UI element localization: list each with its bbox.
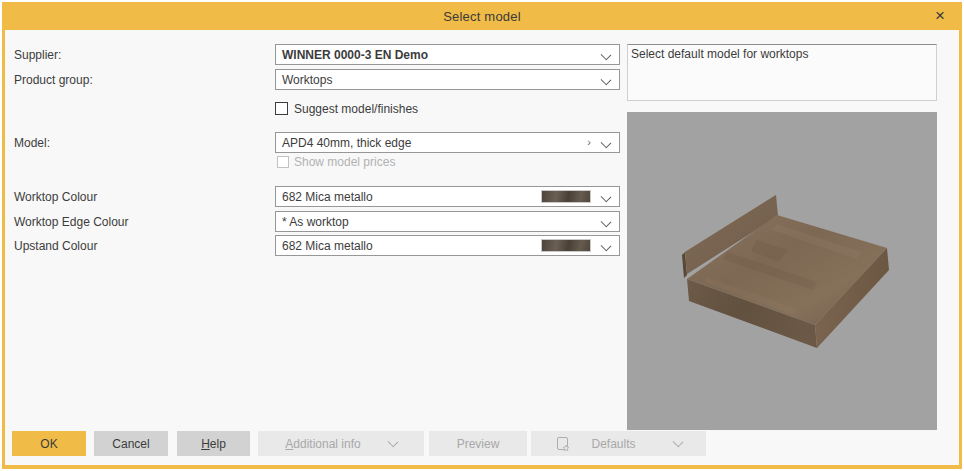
cancel-button[interactable]: Cancel <box>94 431 168 456</box>
defaults-icon <box>555 436 571 452</box>
select-model-dialog: Select model × Supplier: Product group: … <box>0 0 964 471</box>
worktop-edge-colour-dropdown[interactable]: * As worktop <box>275 211 620 232</box>
model-more-indicator: › <box>587 136 591 148</box>
product-group-label: Product group: <box>14 73 93 87</box>
suggest-model-checkbox[interactable] <box>275 102 288 115</box>
info-panel: Select default model for worktops <box>627 44 937 101</box>
show-model-prices-checkbox <box>277 156 289 168</box>
chevron-down-icon <box>601 192 612 203</box>
ok-button-label: OK <box>40 437 57 451</box>
additional-info-button: Additional info <box>258 431 424 456</box>
chevron-down-icon <box>672 436 683 447</box>
upstand-colour-dropdown[interactable]: 682 Mica metallo <box>275 235 620 256</box>
worktop-colour-dropdown[interactable]: 682 Mica metallo <box>275 186 620 207</box>
close-icon[interactable]: × <box>930 6 950 26</box>
worktop-render <box>627 112 937 430</box>
ok-button[interactable]: OK <box>12 431 86 456</box>
upstand-colour-swatch <box>541 239 591 252</box>
worktop-edge-colour-value: * As worktop <box>282 215 349 229</box>
additional-info-button-label: Additional info <box>285 437 360 451</box>
worktop-colour-label: Worktop Colour <box>14 190 97 204</box>
model-3d-preview <box>627 112 937 430</box>
chevron-down-icon <box>601 75 612 86</box>
product-group-value: Worktops <box>282 73 332 87</box>
worktop-colour-value: 682 Mica metallo <box>282 190 373 204</box>
help-button-label: Help <box>201 437 226 451</box>
model-label: Model: <box>14 136 50 150</box>
worktop-edge-colour-label: Worktop Edge Colour <box>14 215 129 229</box>
chevron-down-icon <box>387 436 398 447</box>
chevron-down-icon <box>601 217 612 228</box>
worktop-colour-swatch <box>541 190 591 203</box>
cancel-button-label: Cancel <box>112 437 149 451</box>
product-group-dropdown[interactable]: Worktops <box>275 69 620 90</box>
show-model-prices-checkbox-label: Show model prices <box>294 155 395 169</box>
defaults-button: Defaults <box>531 431 706 456</box>
supplier-value: WINNER 0000-3 EN Demo <box>282 48 428 62</box>
defaults-button-label: Defaults <box>591 437 635 451</box>
model-dropdown[interactable]: APD4 40mm, thick edge › <box>275 132 620 153</box>
model-value: APD4 40mm, thick edge <box>282 136 411 150</box>
upstand-colour-label: Upstand Colour <box>14 239 97 253</box>
help-button[interactable]: Help <box>177 431 250 456</box>
upstand-colour-value: 682 Mica metallo <box>282 239 373 253</box>
chevron-down-icon <box>601 241 612 252</box>
supplier-dropdown[interactable]: WINNER 0000-3 EN Demo <box>275 44 620 65</box>
chevron-down-icon <box>601 50 612 61</box>
dialog-titlebar: Select model × <box>2 2 962 30</box>
preview-button-label: Preview <box>457 437 500 451</box>
chevron-down-icon <box>601 138 612 149</box>
suggest-model-checkbox-label: Suggest model/finishes <box>294 102 418 116</box>
preview-button: Preview <box>429 431 527 456</box>
supplier-label: Supplier: <box>14 48 61 62</box>
dialog-title: Select model <box>443 9 521 24</box>
